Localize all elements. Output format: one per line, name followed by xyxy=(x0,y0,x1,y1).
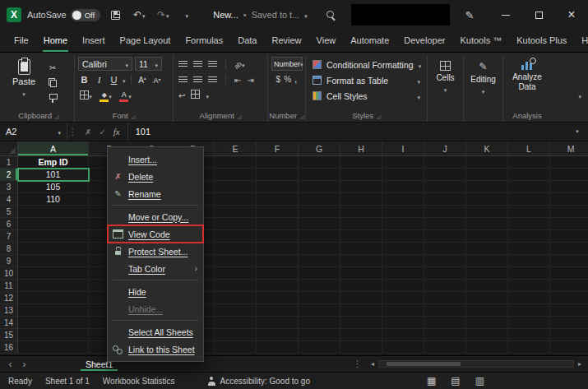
row-header-16[interactable]: 16 xyxy=(0,341,18,354)
next-sheet-button[interactable] xyxy=(18,359,30,370)
scroll-right-icon[interactable] xyxy=(576,360,584,368)
cell-a7[interactable] xyxy=(18,230,89,243)
cell-m14[interactable] xyxy=(550,317,588,329)
cell-m1[interactable] xyxy=(550,156,588,169)
cell-k10[interactable] xyxy=(466,267,508,280)
cell-i15[interactable] xyxy=(382,329,424,341)
cell-l11[interactable] xyxy=(508,280,550,292)
column-header-h[interactable]: H xyxy=(340,141,382,155)
dialog-launcher-icon[interactable] xyxy=(377,111,381,120)
conditional-formatting-button[interactable]: Conditional Formatting xyxy=(309,57,424,72)
cell-e5[interactable] xyxy=(215,206,257,218)
row-header-8[interactable]: 8 xyxy=(0,243,18,255)
sheet-count[interactable]: Sheet 1 of 1 xyxy=(45,377,90,386)
ribbon-tab-formulas[interactable]: Formulas xyxy=(178,30,230,52)
cell-l12[interactable] xyxy=(508,292,550,304)
cell-g7[interactable] xyxy=(299,230,340,243)
cell-j1[interactable] xyxy=(424,156,466,169)
cell-h16[interactable] xyxy=(340,341,382,354)
cell-f15[interactable] xyxy=(257,329,299,341)
context-menu-item-hide[interactable]: Hide xyxy=(108,283,203,300)
cell-a14[interactable] xyxy=(18,317,89,329)
ribbon-tab-insert[interactable]: Insert xyxy=(75,30,113,52)
context-menu-item-view-code[interactable]: View Code xyxy=(108,225,203,243)
ribbon-overflow-chevron-icon[interactable] xyxy=(578,90,581,100)
cell-h7[interactable] xyxy=(340,230,382,243)
cell-a9[interactable] xyxy=(18,255,89,267)
column-header-a[interactable]: A xyxy=(18,141,89,155)
document-title[interactable]: New... Saved to t... xyxy=(213,10,308,20)
column-header-l[interactable]: L xyxy=(508,141,550,155)
row-header-6[interactable]: 6 xyxy=(0,218,18,230)
cell-g10[interactable] xyxy=(299,267,340,280)
cells-button[interactable]: Cells xyxy=(431,56,460,94)
save-button[interactable] xyxy=(106,4,124,25)
context-menu-item-select-all-sheets[interactable]: Select All Sheets xyxy=(108,323,203,340)
cell-g14[interactable] xyxy=(299,317,340,329)
cell-e4[interactable] xyxy=(215,193,257,206)
align-bottom-button[interactable] xyxy=(208,59,217,69)
align-top-button[interactable] xyxy=(178,59,188,69)
cell-a12[interactable] xyxy=(18,292,89,304)
page-break-view-icon[interactable] xyxy=(475,375,484,387)
row-header-4[interactable]: 4 xyxy=(0,193,18,206)
cell-k12[interactable] xyxy=(466,292,508,304)
cell-l8[interactable] xyxy=(508,243,550,255)
cell-e2[interactable] xyxy=(215,169,257,181)
decrease-indent-button[interactable] xyxy=(234,75,241,85)
cell-k2[interactable] xyxy=(466,169,508,181)
ribbon-tab-home[interactable]: Home xyxy=(36,30,75,52)
row-header-10[interactable]: 10 xyxy=(0,267,18,280)
percent-style-button[interactable] xyxy=(284,74,291,84)
cell-h15[interactable] xyxy=(340,329,382,341)
cell-m8[interactable] xyxy=(550,243,588,255)
cell-g11[interactable] xyxy=(299,280,340,292)
cell-i13[interactable] xyxy=(382,304,424,317)
autosave-toggle[interactable]: AutoSave Off xyxy=(27,9,100,21)
cell-j3[interactable] xyxy=(424,181,466,193)
cell-f6[interactable] xyxy=(257,218,299,230)
ribbon-tab-review[interactable]: Review xyxy=(264,30,308,52)
ribbon-tab-kutools[interactable]: Kutools ™ xyxy=(452,30,509,52)
cell-e6[interactable] xyxy=(215,218,257,230)
cell-l2[interactable] xyxy=(508,169,550,181)
row-header-13[interactable]: 13 xyxy=(0,304,18,317)
cut-button[interactable] xyxy=(45,61,60,73)
cell-l1[interactable] xyxy=(508,156,550,169)
cell-i2[interactable] xyxy=(382,169,424,181)
ribbon-tab-view[interactable]: View xyxy=(309,30,344,52)
cell-m15[interactable] xyxy=(550,329,588,341)
normal-view-icon[interactable] xyxy=(427,375,436,387)
cell-e9[interactable] xyxy=(215,255,257,267)
cell-f9[interactable] xyxy=(257,255,299,267)
cell-g2[interactable] xyxy=(299,169,340,181)
cell-g12[interactable] xyxy=(299,292,340,304)
cell-f7[interactable] xyxy=(257,230,299,243)
cell-m4[interactable] xyxy=(550,193,588,206)
align-center-button[interactable] xyxy=(193,75,202,85)
cell-j13[interactable] xyxy=(424,304,466,317)
cell-i7[interactable] xyxy=(382,230,424,243)
cell-e14[interactable] xyxy=(215,317,257,329)
undo-button[interactable] xyxy=(130,4,148,25)
ribbon-tab-help[interactable]: Help xyxy=(574,30,588,52)
cell-f1[interactable] xyxy=(257,156,299,169)
cell-g4[interactable] xyxy=(299,193,340,206)
cell-a10[interactable] xyxy=(18,267,89,280)
insert-function-button[interactable]: fx xyxy=(113,127,120,137)
orientation-button[interactable] xyxy=(234,59,244,69)
cell-i12[interactable] xyxy=(382,292,424,304)
cell-m16[interactable] xyxy=(550,341,588,354)
cell-i16[interactable] xyxy=(382,341,424,354)
cell-g1[interactable] xyxy=(299,156,340,169)
cell-h14[interactable] xyxy=(340,317,382,329)
column-header-m[interactable]: M xyxy=(550,141,588,155)
cell-e1[interactable] xyxy=(215,156,257,169)
cell-i3[interactable] xyxy=(382,181,424,193)
cell-j2[interactable] xyxy=(424,169,466,181)
scrollbar-track[interactable] xyxy=(378,360,574,368)
cell-a16[interactable] xyxy=(18,341,89,354)
cell-m2[interactable] xyxy=(550,169,588,181)
cell-m11[interactable] xyxy=(550,280,588,292)
cell-f5[interactable] xyxy=(257,206,299,218)
